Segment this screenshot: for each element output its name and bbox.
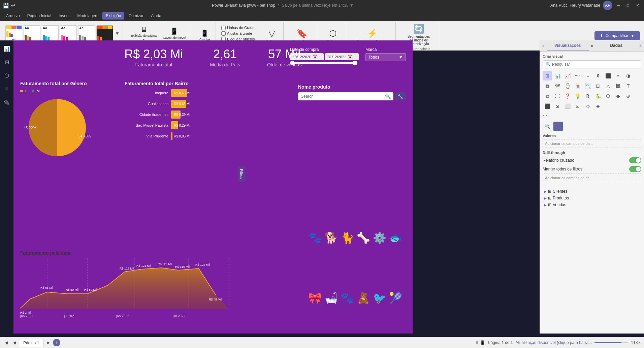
vis-table-icon[interactable]: ⊞ <box>543 71 552 81</box>
vis-custom-2[interactable]: ◆ <box>613 91 623 101</box>
theme-2[interactable]: Aa <box>24 25 40 41</box>
slider-handle-right[interactable] <box>353 61 357 65</box>
vis-pie-icon[interactable]: ◑ <box>623 71 633 81</box>
slider-handle-left[interactable] <box>290 61 295 65</box>
vis-map-icon[interactable]: 🗺 <box>553 81 562 91</box>
undo-icon[interactable]: ↩ <box>11 2 15 9</box>
vis-image-icon[interactable]: 🖼 <box>613 81 623 91</box>
panel-search-input[interactable] <box>552 62 638 67</box>
cross-report-toggle-btn[interactable] <box>629 157 641 163</box>
tree-item-produtos[interactable]: ▶ ⊞ Produtos <box>543 195 641 201</box>
menu-otimizar[interactable]: Otimizar <box>125 12 147 20</box>
tree-item-vendas[interactable]: ▶ ⊞ Vendas <box>543 201 641 208</box>
color-picker-icon[interactable] <box>553 122 563 131</box>
theme-5[interactable]: Aa <box>78 25 95 41</box>
next-page-btn[interactable]: ▶ <box>45 339 52 346</box>
theme-4[interactable]: Aa <box>60 25 77 41</box>
model-view-icon[interactable]: ⬡ <box>1 70 12 81</box>
mobile-layout-btn[interactable]: 📱 Layout de móvel <box>161 26 188 41</box>
vis-custom-1[interactable]: ⬡ <box>603 91 613 101</box>
vis-text-icon[interactable]: T <box>623 81 633 91</box>
menu-ajuda[interactable]: Ajuda <box>148 12 165 20</box>
vis-qa-icon[interactable]: ❓ <box>563 91 572 101</box>
vis-decomp-icon[interactable]: ⛶ <box>553 91 562 101</box>
vis-more-1[interactable]: ⬛ <box>543 101 552 111</box>
vis-line-icon[interactable]: 📈 <box>563 71 572 81</box>
vis-more-3[interactable]: ⬜ <box>563 101 572 111</box>
mobile-view-icon[interactable]: 📱 <box>480 340 485 345</box>
panel-expand-right[interactable]: » <box>589 40 595 51</box>
vis-ribbon-icon[interactable]: 🎗 <box>593 71 603 81</box>
menu-arquivo[interactable]: Arquivo <box>3 12 23 20</box>
theme-3[interactable]: Aa <box>42 25 59 41</box>
add-page-button[interactable]: + <box>53 339 60 346</box>
vis-more-5[interactable]: ◇ <box>583 101 592 111</box>
search-filter-button[interactable]: 🔧 <box>395 92 406 100</box>
drillthrough-field-area[interactable]: Adicionar os campos de dr... <box>543 173 641 182</box>
minimize-button[interactable]: ─ <box>615 3 622 8</box>
menu-modelagem[interactable]: Modelagem <box>74 12 102 20</box>
end-date-input[interactable]: 31/12/2022 📅 <box>325 53 359 60</box>
prev-page-btn[interactable]: ◀ <box>3 339 9 346</box>
vis-bar-icon[interactable]: 📊 <box>553 71 562 81</box>
update-text[interactable]: Atualização disponível (clique para barr… <box>516 340 592 345</box>
maximize-button[interactable]: □ <box>625 3 631 8</box>
vis-r-icon[interactable]: R <box>583 91 592 101</box>
search-toggle-icon[interactable]: 🔍 <box>543 122 552 131</box>
window-controls[interactable]: ─ □ ✕ <box>615 3 641 8</box>
search-box[interactable]: 🔍 <box>298 92 393 100</box>
vis-card-icon[interactable]: 🃏 <box>573 81 582 91</box>
close-button[interactable]: ✕ <box>634 3 641 8</box>
start-date-input[interactable]: 19/12/2020 📅 <box>290 53 324 60</box>
table-view-icon[interactable]: ⊞ <box>1 57 12 67</box>
panel-search[interactable]: 🔍 <box>543 60 641 68</box>
page-1-tab[interactable]: Página 1 <box>19 339 43 347</box>
date-slider[interactable] <box>290 62 359 64</box>
vis-more-dots[interactable]: ··· <box>543 112 641 118</box>
report-view-icon[interactable]: 📊 <box>1 43 12 54</box>
vis-more-2[interactable]: ⊠ <box>553 101 562 111</box>
vis-smart-icon[interactable]: 💡 <box>573 91 582 101</box>
search-input[interactable] <box>301 94 384 99</box>
vis-matrix-icon[interactable]: ⊟ <box>593 81 603 91</box>
theme-6[interactable] <box>96 25 113 41</box>
vis-scatter-icon[interactable]: ⚬ <box>613 71 623 81</box>
vis-shape-icon[interactable]: △ <box>603 81 613 91</box>
tab-data[interactable]: Dados <box>595 40 638 51</box>
brand-select[interactable]: Todos ▼ <box>365 53 406 61</box>
vis-gauge-icon[interactable]: ⌚ <box>563 81 572 91</box>
tab-visualizations[interactable]: Visualizações <box>547 40 589 51</box>
vis-python-icon[interactable]: 🐍 <box>593 91 603 101</box>
keep-filters-toggle-btn[interactable] <box>629 166 641 172</box>
search-icon[interactable]: 🔍 <box>385 94 391 99</box>
save-icon[interactable]: 💾 <box>3 2 9 9</box>
filters-tab[interactable]: Filtros <box>238 166 245 182</box>
vis-treemap-icon[interactable]: ▦ <box>543 81 552 91</box>
share-button[interactable]: ⬆ Compartilhar ▼ <box>594 31 640 40</box>
panel-expand-data[interactable]: » <box>637 40 644 51</box>
theme-1[interactable]: Aa <box>5 25 22 41</box>
panel-collapse-left[interactable]: « <box>540 40 547 51</box>
vis-stacked-icon[interactable]: ≡ <box>583 71 592 81</box>
page-view-btn[interactable]: 🖥 Exibição de página ▼ <box>128 24 159 42</box>
vis-area-icon[interactable]: 〰 <box>573 71 582 81</box>
dax-query-icon[interactable]: ≡ <box>1 84 12 94</box>
tree-item-clientes[interactable]: ▶ ⊞ Clientes <box>543 188 641 195</box>
gridlines-checkbox[interactable]: Linhas de Grade <box>221 26 255 30</box>
vis-more-6[interactable]: ◈ <box>593 101 603 111</box>
external-tools-icon[interactable]: 🔌 <box>1 97 12 108</box>
menu-pagina-inicial[interactable]: Página Inicial <box>24 12 55 20</box>
vis-waterfall-icon[interactable]: ⬛ <box>603 71 613 81</box>
zoom-slider[interactable] <box>594 342 628 343</box>
themes-expand[interactable]: ▼ <box>115 30 120 36</box>
snap-checkbox[interactable]: Ajustar à grade <box>221 31 255 36</box>
values-field-area[interactable]: Adicionar os campos de da... <box>543 139 641 148</box>
menu-exibicao[interactable]: Exibição <box>102 12 124 20</box>
vis-more-4[interactable]: ⊡ <box>573 101 582 111</box>
vis-kpi-icon[interactable]: 📉 <box>583 81 592 91</box>
menu-inserir[interactable]: Inserir <box>55 12 73 20</box>
prev-page-btn-2[interactable]: ◀ <box>11 339 18 346</box>
vis-custom-3[interactable]: ⊕ <box>623 91 633 101</box>
desktop-view-icon[interactable]: 🖥 <box>475 340 479 345</box>
vis-slicer-icon[interactable]: ⧉ <box>543 91 552 101</box>
